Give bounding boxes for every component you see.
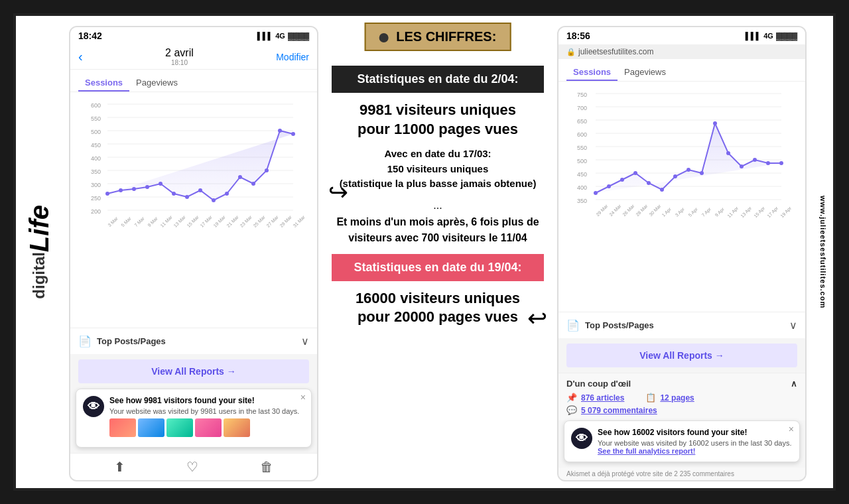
pages-icon: 📋 — [645, 393, 656, 403]
svg-text:350: 350 — [91, 168, 101, 175]
svg-point-22 — [145, 185, 149, 189]
view-all-reports-btn-left[interactable]: View All Reports → — [78, 359, 309, 383]
svg-text:9 Mar: 9 Mar — [147, 216, 159, 227]
svg-text:200: 200 — [91, 208, 101, 215]
middle-text-column: ↩ ↩ Statistiques en date du 2/04: 9981 v… — [325, 26, 551, 481]
status-icons-right: ▌▌▌ 4G ▓▓▓▓ — [746, 32, 797, 40]
svg-point-80 — [753, 158, 757, 162]
svg-text:21 Mar: 21 Mar — [226, 214, 240, 228]
tab-pageviews-right[interactable]: Pageviews — [618, 64, 673, 81]
share-icon[interactable]: ⬆ — [114, 459, 125, 475]
svg-text:250: 250 — [91, 195, 101, 202]
battery-left: ▓▓▓▓ — [288, 32, 309, 40]
svg-point-78 — [726, 151, 730, 155]
tab-pageviews-left[interactable]: Pageviews — [129, 75, 184, 92]
svg-text:7 Apr: 7 Apr — [701, 206, 713, 218]
site-url-text: www.julieetsesfutilites.com — [819, 196, 827, 308]
notif-text-right: See how 16002 visitors found your site! … — [598, 428, 793, 455]
svg-text:29 Mar: 29 Mar — [595, 203, 609, 217]
svg-text:24 Mar: 24 Mar — [608, 203, 622, 217]
page-icon-right: 📄 — [566, 319, 580, 332]
arrow-left-icon: ↩ — [328, 178, 348, 206]
chevron-down-icon-right: ∨ — [789, 319, 797, 332]
svg-text:700: 700 — [577, 105, 587, 111]
dashboard-item-comments: 💬 5 079 commentaires — [566, 405, 797, 415]
battery-right: ▓▓▓▓ — [776, 32, 797, 40]
svg-point-27 — [212, 198, 216, 202]
nav-center-left: 2 avril 18:10 — [165, 47, 194, 66]
chart-area-right: 750 700 650 600 550 500 450 400 350 — [558, 82, 805, 312]
stats-text-3: Et moins d'un mois après, 6 fois plus de… — [332, 214, 544, 246]
side-left-branding: Life digital — [16, 16, 62, 488]
analytics-report-link[interactable]: See the full analytics report! — [598, 447, 695, 455]
svg-text:15 Mar: 15 Mar — [186, 214, 200, 228]
chevron-down-icon-left: ∨ — [301, 335, 309, 347]
analytics-tabs-right: Sessions Pageviews — [558, 59, 805, 82]
svg-point-25 — [185, 195, 189, 199]
dashboard-section: D'un coup d'œil ∧ 📌 876 articles 📋 12 pa… — [558, 373, 805, 420]
notif-logo-left: 👁 — [83, 396, 104, 417]
nav-bar-left: ‹ 2 avril 18:10 Modifier — [70, 44, 317, 70]
label-text: LES CHIFFRES: — [396, 29, 496, 44]
stats-text-4: 16000 visiteurs uniques pour 20000 pages… — [356, 289, 520, 327]
heart-icon[interactable]: ♡ — [186, 459, 198, 475]
svg-text:15 Apr: 15 Apr — [753, 206, 766, 219]
page-icon-left: 📄 — [78, 335, 92, 347]
status-bar-left: 18:42 ▌▌▌ 4G ▓▓▓▓ — [70, 27, 317, 44]
svg-point-21 — [132, 187, 136, 191]
time-right: 18:56 — [566, 31, 590, 41]
svg-text:600: 600 — [91, 102, 101, 109]
svg-point-26 — [198, 188, 202, 192]
comments-link[interactable]: 5 079 commentaires — [581, 406, 657, 415]
svg-text:26 Mar: 26 Mar — [621, 203, 635, 217]
svg-point-19 — [105, 192, 109, 196]
dashboard-header: D'un coup d'œil ∧ — [566, 379, 797, 389]
svg-text:25 Mar: 25 Mar — [253, 214, 267, 228]
arrow-right-icon: ↩ — [527, 304, 547, 332]
thumbnail-strip-left — [109, 418, 299, 437]
svg-point-31 — [265, 168, 269, 172]
signal-right: ▌▌▌ — [746, 32, 761, 40]
svg-point-24 — [172, 192, 176, 196]
svg-point-71 — [633, 171, 637, 175]
notif-row-left: 👁 See how 9981 visitors found your site!… — [83, 396, 304, 440]
svg-text:550: 550 — [577, 145, 587, 151]
thumb-1 — [109, 418, 136, 437]
svg-text:300: 300 — [91, 182, 101, 188]
notification-popup-left: × 👁 See how 9981 visitors found your sit… — [76, 389, 312, 448]
svg-text:450: 450 — [91, 142, 101, 149]
articles-link[interactable]: 876 articles — [581, 393, 624, 403]
nav-action-left[interactable]: Modifier — [276, 52, 309, 62]
close-notif-left[interactable]: × — [300, 392, 306, 403]
url-bar-right: 🔒 julieetsesfutilites.com — [558, 44, 805, 59]
close-notif-right[interactable]: × — [789, 424, 794, 434]
view-all-reports-btn-right[interactable]: View All Reports → — [566, 344, 797, 367]
tab-sessions-right[interactable]: Sessions — [566, 64, 618, 81]
top-posts-bar-right[interactable]: 📄 Top Posts/Pages ∨ — [558, 312, 805, 338]
tab-sessions-left[interactable]: Sessions — [78, 75, 129, 92]
svg-point-73 — [660, 188, 664, 192]
stats-text-1: 9981 visiteurs uniques pour 11000 pages … — [358, 101, 518, 139]
back-arrow-left[interactable]: ‹ — [78, 49, 83, 64]
trash-icon[interactable]: 🗑 — [260, 460, 273, 475]
svg-text:5 Mar: 5 Mar — [120, 216, 132, 227]
time-left: 18:42 — [78, 31, 102, 41]
svg-point-72 — [647, 181, 651, 185]
notif-body-right: Your website was visited by 16002 users … — [598, 439, 793, 455]
phone-left: 18:42 ▌▌▌ 4G ▓▓▓▓ ‹ 2 avril 18:10 Modifi… — [69, 26, 318, 481]
top-label: LES CHIFFRES: — [365, 23, 511, 51]
notif-row-right: 👁 See how 16002 visitors found your site… — [571, 428, 793, 455]
main-area: LES CHIFFRES: 18:42 ▌▌▌ 4G ▓▓▓▓ ‹ — [62, 16, 813, 488]
nav-subtitle-left: 18:10 — [171, 59, 188, 66]
svg-point-20 — [119, 188, 123, 192]
chevron-up-icon[interactable]: ∧ — [791, 379, 797, 389]
chart-svg-left: 600 550 500 450 400 350 300 250 200 — [78, 97, 309, 230]
svg-text:23 Mar: 23 Mar — [239, 214, 253, 228]
comment-icon: 💬 — [566, 405, 577, 415]
svg-text:11 Mar: 11 Mar — [160, 214, 174, 228]
main-container: Life digital LES CHIFFRES: 18:42 ▌▌▌ 4G … — [13, 13, 836, 491]
pages-link[interactable]: 12 pages — [660, 393, 694, 403]
top-posts-bar-left[interactable]: 📄 Top Posts/Pages ∨ — [70, 328, 317, 354]
top-posts-left: 📄 Top Posts/Pages — [78, 335, 166, 347]
lock-icon-right: 🔒 — [566, 48, 576, 56]
